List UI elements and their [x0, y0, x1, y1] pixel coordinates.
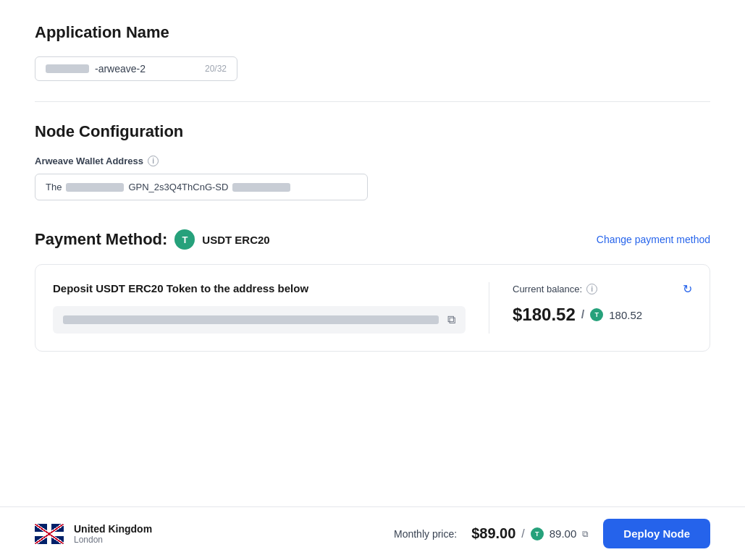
- wallet-blur-1: [66, 183, 124, 192]
- payment-method-row: Payment Method: T USDT ERC20 Change paym…: [35, 229, 710, 250]
- section-divider-1: [35, 101, 710, 102]
- location-info: United Kingdom London: [74, 523, 152, 545]
- wallet-middle: GPN_2s3Q4ThCnG-SD: [128, 182, 228, 192]
- app-name-input[interactable]: -arweave-2 20/32: [35, 56, 237, 81]
- uk-flag-icon: [35, 524, 64, 544]
- wallet-address-input[interactable]: The GPN_2s3Q4ThCnG-SD: [35, 174, 368, 200]
- currency-name: USDT ERC20: [202, 234, 269, 246]
- footer-usdt-icon: T: [531, 527, 544, 540]
- deposit-left-panel: Deposit USDT ERC20 Token to the address …: [53, 282, 489, 334]
- balance-divider: /: [581, 308, 584, 321]
- wallet-prefix: The: [46, 182, 62, 192]
- monthly-price-label: Monthly price:: [394, 528, 457, 540]
- copy-address-icon[interactable]: ⧉: [447, 313, 455, 326]
- wallet-info-icon[interactable]: i: [148, 156, 159, 166]
- deposit-title: Deposit USDT ERC20 Token to the address …: [53, 282, 466, 294]
- footer: United Kingdom London Monthly price: $89…: [0, 506, 745, 560]
- balance-label: Current balance:: [513, 284, 582, 294]
- change-payment-link[interactable]: Change payment method: [597, 234, 710, 245]
- balance-info-icon[interactable]: i: [586, 284, 597, 294]
- footer-right: Monthly price: $89.00 / T 89.00 ⧉ Deploy…: [394, 519, 710, 548]
- balance-usdt-value: 180.52: [609, 309, 642, 321]
- deposit-address-row: ⧉: [53, 306, 466, 334]
- balance-usdt-icon: T: [590, 308, 603, 321]
- char-count: 20/32: [205, 64, 227, 74]
- node-config-title: Node Configuration: [35, 122, 710, 141]
- city-name: London: [74, 535, 152, 545]
- footer-copy-icon[interactable]: ⧉: [582, 529, 589, 539]
- footer-usdt-price: 89.00: [550, 527, 577, 540]
- app-name-title: Application Name: [35, 23, 710, 42]
- balance-amount: $180.52 / T 180.52: [513, 305, 692, 325]
- usdt-icon: T: [174, 229, 195, 250]
- deposit-address-blur: [63, 315, 439, 324]
- app-name-blur: [46, 64, 89, 73]
- country-name: United Kingdom: [74, 523, 152, 535]
- app-name-suffix: -arweave-2: [95, 63, 146, 75]
- deposit-card: Deposit USDT ERC20 Token to the address …: [35, 264, 710, 352]
- price-divider: /: [521, 527, 524, 540]
- deposit-right-panel: Current balance: i ↻ $180.52 / T 180.52: [489, 282, 692, 334]
- wallet-blur-2: [232, 183, 290, 192]
- payment-title: Payment Method:: [35, 230, 167, 249]
- wallet-address-label: Arweave Wallet Address i: [35, 156, 710, 166]
- deploy-button[interactable]: Deploy Node: [603, 519, 710, 548]
- price-usd: $89.00: [471, 525, 515, 542]
- balance-usd: $180.52: [513, 305, 576, 325]
- refresh-icon[interactable]: ↻: [683, 282, 692, 296]
- price-row: $89.00 / T 89.00 ⧉: [471, 525, 589, 542]
- footer-location: United Kingdom London: [35, 523, 152, 545]
